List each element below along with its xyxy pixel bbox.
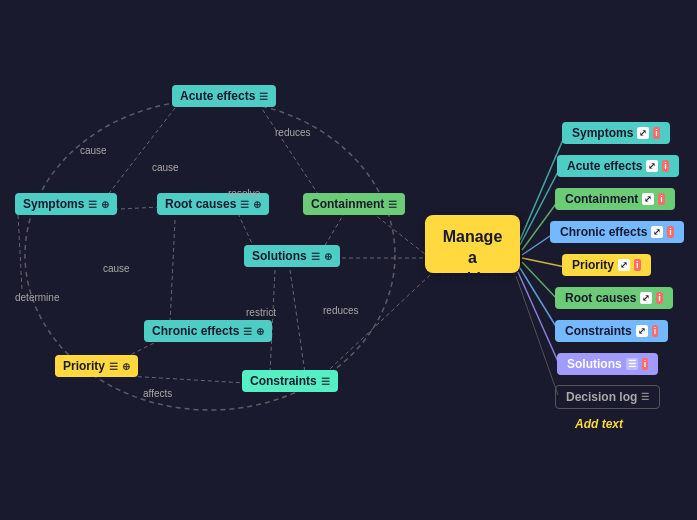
right-priority-node[interactable]: Priority ⤢ i: [562, 254, 651, 276]
list-icon: ☰: [626, 358, 638, 370]
right-decision-node[interactable]: Decision log ☰: [555, 385, 660, 409]
ext-icon: ⤢: [640, 292, 652, 304]
priority-node[interactable]: Priority ☰ ⊕: [55, 355, 138, 377]
edge-affects: affects: [143, 388, 172, 399]
list-icon: ☰: [641, 392, 649, 402]
priority-label: Priority: [63, 359, 105, 373]
plus-icon: ⊕: [324, 251, 332, 262]
ext-icon: ⤢: [651, 226, 663, 238]
right-containment-node[interactable]: Containment ⤢ i: [555, 188, 675, 210]
svg-line-21: [520, 268, 560, 333]
svg-line-23: [516, 276, 558, 395]
info-icon: i: [662, 160, 669, 172]
ext-icon: ⤢: [642, 193, 654, 205]
acute-effects-label: Acute effects: [180, 89, 255, 103]
right-solutions-node[interactable]: Solutions ☰ i: [557, 353, 658, 375]
edge-reduces-1: reduces: [275, 127, 311, 138]
edge-determine: determine: [15, 292, 59, 303]
right-symptoms-label: Symptoms: [572, 126, 633, 140]
symptoms-label: Symptoms: [23, 197, 84, 211]
svg-line-18: [522, 234, 553, 255]
svg-line-22: [518, 272, 560, 366]
ext-icon: ⤢: [618, 259, 630, 271]
central-node[interactable]: Manage a problem: [425, 215, 520, 273]
root-causes-label: Root causes: [165, 197, 236, 211]
ext-icon: ⤢: [637, 127, 649, 139]
edge-cause-3: cause: [103, 263, 130, 274]
solutions-label: Solutions: [252, 249, 307, 263]
svg-line-20: [522, 262, 558, 300]
central-node-label: Manage a problem: [441, 228, 504, 287]
chronic-effects-node[interactable]: Chronic effects ☰ ⊕: [144, 320, 272, 342]
list-icon: ☰: [88, 199, 97, 210]
svg-line-4: [100, 108, 175, 205]
list-icon: ☰: [321, 376, 330, 387]
info-icon: i: [658, 193, 665, 205]
right-chronic-node[interactable]: Chronic effects ⤢ i: [550, 221, 684, 243]
right-solutions-label: Solutions: [567, 357, 622, 371]
edge-cause-2: cause: [152, 162, 179, 173]
list-icon: ☰: [243, 326, 252, 337]
solutions-node[interactable]: Solutions ☰ ⊕: [244, 245, 340, 267]
edge-cause-1: cause: [80, 145, 107, 156]
right-add-text-label: Add text: [575, 417, 623, 431]
root-causes-node[interactable]: Root causes ☰ ⊕: [157, 193, 269, 215]
list-icon: ☰: [388, 199, 397, 210]
right-containment-label: Containment: [565, 192, 638, 206]
list-icon: ☰: [240, 199, 249, 210]
constraints-label: Constraints: [250, 374, 317, 388]
containment-node[interactable]: Containment ☰: [303, 193, 405, 215]
svg-line-13: [170, 220, 175, 323]
edge-restrict: restrict: [246, 307, 276, 318]
info-icon: i: [667, 226, 674, 238]
info-icon: i: [652, 325, 659, 337]
right-priority-label: Priority: [572, 258, 614, 272]
right-add-text-node[interactable]: Add text: [565, 413, 633, 435]
right-constraints-label: Constraints: [565, 324, 632, 338]
right-constraints-node[interactable]: Constraints ⤢ i: [555, 320, 668, 342]
ext-icon: ⤢: [636, 325, 648, 337]
svg-line-19: [522, 258, 565, 267]
ext-icon: ⤢: [646, 160, 658, 172]
acute-effects-node[interactable]: Acute effects ☰: [172, 85, 276, 107]
constraints-node[interactable]: Constraints ☰: [242, 370, 338, 392]
edge-reduces-2: reduces: [323, 305, 359, 316]
right-decision-label: Decision log: [566, 390, 637, 404]
plus-icon: ⊕: [122, 361, 130, 372]
right-chronic-label: Chronic effects: [560, 225, 647, 239]
info-icon: i: [656, 292, 663, 304]
right-acute-label: Acute effects: [567, 159, 642, 173]
right-root-label: Root causes: [565, 291, 636, 305]
svg-line-3: [315, 275, 430, 383]
svg-line-5: [255, 98, 320, 197]
list-icon: ☰: [311, 251, 320, 262]
mindmap-canvas: Manage a problem Symptoms ☰ ⊕ Acute effe…: [0, 0, 697, 520]
right-symptoms-node[interactable]: Symptoms ⤢ i: [562, 122, 670, 144]
list-icon: ☰: [109, 361, 118, 372]
list-icon: ☰: [259, 91, 268, 102]
chronic-effects-label: Chronic effects: [152, 324, 239, 338]
svg-line-10: [18, 215, 22, 290]
right-root-node[interactable]: Root causes ⤢ i: [555, 287, 673, 309]
svg-line-9: [290, 270, 305, 373]
info-icon: i: [642, 358, 649, 370]
info-icon: ⊕: [101, 199, 109, 210]
right-acute-node[interactable]: Acute effects ⤢ i: [557, 155, 679, 177]
info-icon: i: [634, 259, 641, 271]
containment-label: Containment: [311, 197, 384, 211]
symptoms-node[interactable]: Symptoms ☰ ⊕: [15, 193, 117, 215]
info-icon: ⊕: [256, 326, 264, 337]
info-icon: i: [653, 127, 660, 139]
info-icon: ⊕: [253, 199, 261, 210]
